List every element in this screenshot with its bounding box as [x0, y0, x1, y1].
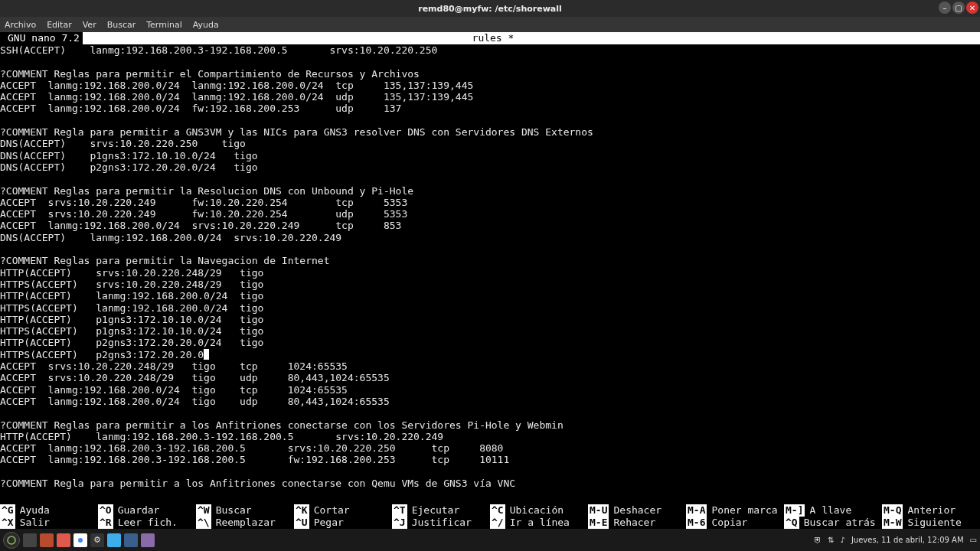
editor-line: HTTP(ACCEPT) p2gns3:172.20.20.0/24 tigo	[0, 337, 980, 348]
shortcut-label: Siguiente	[907, 517, 961, 529]
shortcut-key: ^/	[490, 517, 505, 529]
tray-clock[interactable]: Jueves, 11 de abril, 12:09 AM	[851, 536, 964, 544]
settings-icon[interactable]: ⚙	[90, 533, 104, 547]
taskbar: ⚙ ⛨ ⇅ ♪ Jueves, 11 de abril, 12:09 AM ▭	[0, 529, 980, 551]
editor-line: ACCEPT lanmg:192.168.200.0/24 fw:192.168…	[0, 103, 980, 114]
editor-line: HTTPS(ACCEPT) p1gns3:172.10.10.0/24 tigo	[0, 325, 980, 337]
files-icon[interactable]	[40, 533, 54, 547]
shortcut-item: ^\Reemplazar	[196, 517, 294, 529]
shortcut-item: ^UPegar	[294, 517, 392, 529]
shortcut-key: M-]	[784, 504, 805, 517]
editor-line: HTTPS(ACCEPT) srvs:10.20.220.248/29 tigo	[0, 279, 980, 290]
firefox-icon[interactable]	[57, 533, 70, 547]
editor-content[interactable]: SSH(ACCEPT) lanmg:192.168.200.3-192.168.…	[0, 44, 980, 489]
menu-editar[interactable]: Editar	[47, 20, 72, 30]
tray-volume-icon[interactable]: ♪	[841, 536, 845, 544]
editor-line: HTTPS(ACCEPT) lanmg:192.168.200.0/24 tig…	[0, 302, 980, 314]
shortcut-key: M-A	[686, 504, 707, 517]
editor-line: HTTP(ACCEPT) srvs:10.20.220.248/29 tigo	[0, 267, 980, 279]
shortcut-label: Guardar	[118, 504, 160, 517]
menu-terminal[interactable]: Terminal	[146, 20, 182, 30]
shortcut-item: ^GAyuda	[0, 504, 98, 517]
shortcut-key: M-W	[882, 517, 903, 529]
shortcut-item: ^XSalir	[0, 517, 98, 529]
shortcut-item: M-QAnterior	[882, 504, 980, 517]
menu-buscar[interactable]: Buscar	[107, 20, 136, 30]
editor-line: ACCEPT lanmg:192.168.200.0/24 tigo tcp 1…	[0, 384, 980, 396]
shortcut-key: M-6	[686, 517, 707, 529]
close-button[interactable]: ✕	[966, 2, 978, 14]
shortcut-label: Justificar	[412, 517, 472, 529]
shortcut-item: M-UDeshacer	[588, 504, 686, 517]
editor-line: ACCEPT lanmg:192.168.200.3-192.168.200.5…	[0, 442, 980, 454]
editor-line: ACCEPT lanmg:192.168.200.0/24 srvs:10.20…	[0, 220, 980, 231]
shortcut-item: M-6Copiar	[686, 517, 784, 529]
shortcut-label: Pegar	[314, 517, 344, 529]
shortcut-item: ^TEjecutar	[392, 504, 490, 517]
shortcut-key: M-U	[588, 504, 609, 517]
editor-line: HTTP(ACCEPT) p1gns3:172.10.10.0/24 tigo	[0, 314, 980, 325]
shortcut-label: Cortar	[314, 504, 350, 517]
tray-desktop-icon[interactable]: ▭	[970, 536, 977, 544]
shortcut-item: M-WSiguiente	[882, 517, 980, 529]
tray-updates-icon[interactable]: ⛨	[814, 536, 822, 544]
editor-line: ACCEPT srvs:10.20.220.248/29 tigo tcp 10…	[0, 360, 980, 372]
shortcut-label: Copiar	[711, 517, 747, 529]
shortcut-item: ^/Ir a línea	[490, 517, 588, 529]
tray-network-icon[interactable]: ⇅	[828, 536, 834, 544]
start-menu-icon[interactable]	[3, 532, 20, 549]
minimize-button[interactable]: –	[939, 2, 951, 14]
app-icon-2[interactable]	[124, 533, 138, 547]
app-icon-3[interactable]	[141, 533, 155, 547]
menu-archivo[interactable]: Archivo	[5, 20, 36, 30]
editor-line: ACCEPT lanmg:192.168.200.0/24 tigo udp 8…	[0, 396, 980, 407]
nano-shortcuts: ^GAyuda^OGuardar^WBuscar^KCortar^TEjecut…	[0, 504, 980, 529]
shortcut-key: ^X	[0, 517, 15, 529]
shortcut-key: M-Q	[882, 504, 903, 517]
show-desktop-icon[interactable]	[23, 533, 37, 547]
editor-line: ?COMMENT Reglas para permitir a los Anfi…	[0, 419, 980, 431]
menu-ver[interactable]: Ver	[83, 20, 96, 30]
editor-line: DNS(ACCEPT) srvs:10.20.220.250 tigo	[0, 138, 980, 149]
editor-line: DNS(ACCEPT) lanmg:192.168.200.0/24 srvs:…	[0, 232, 980, 243]
editor-line: ?COMMENT Regla para permitir a los Anfit…	[0, 478, 980, 489]
editor-line	[0, 115, 980, 126]
shortcut-item: ^WBuscar	[196, 504, 294, 517]
editor-line	[0, 466, 980, 478]
editor-line: ?COMMENT Reglas para permitir el Compart…	[0, 68, 980, 80]
editor-line: ACCEPT srvs:10.20.220.249 fw:10.20.220.2…	[0, 208, 980, 220]
window-titlebar: remd80@myfw: /etc/shorewall – ▢ ✕	[0, 0, 980, 17]
shortcut-key: ^O	[98, 504, 113, 517]
shortcut-label: Ayuda	[20, 504, 50, 517]
chrome-icon[interactable]	[74, 533, 87, 547]
shortcut-label: Anterior	[907, 504, 956, 517]
shortcut-item: ^OGuardar	[98, 504, 196, 517]
editor-line: HTTP(ACCEPT) lanmg:192.168.200.0/24 tigo	[0, 290, 980, 302]
shortcut-key: ^U	[294, 517, 309, 529]
shortcut-item: ^JJustificar	[392, 517, 490, 529]
shortcut-label: Salir	[20, 517, 50, 529]
editor-line: ACCEPT srvs:10.20.220.248/29 tigo udp 80…	[0, 372, 980, 383]
shortcut-key: ^J	[392, 517, 407, 529]
editor-line	[0, 407, 980, 419]
editor-line: ACCEPT srvs:10.20.220.249 fw:10.20.220.2…	[0, 197, 980, 208]
shortcut-key: ^G	[0, 504, 15, 517]
app-icon-1[interactable]	[107, 533, 121, 547]
editor-line	[0, 56, 980, 67]
shortcut-label: Poner marca	[711, 504, 777, 517]
editor-line	[0, 243, 980, 255]
shortcut-key: ^R	[98, 517, 113, 529]
menu-ayuda[interactable]: Ayuda	[193, 20, 219, 30]
editor-line: ?COMMENT Reglas para permitir la Navegac…	[0, 255, 980, 266]
maximize-button[interactable]: ▢	[952, 2, 965, 14]
shortcut-item: M-APoner marca	[686, 504, 784, 517]
editor-line: SSH(ACCEPT) lanmg:192.168.200.3-192.168.…	[0, 44, 980, 56]
shortcut-key: ^\	[196, 517, 211, 529]
nano-version: GNU nano 7.2	[0, 32, 83, 44]
menubar: Archivo Editar Ver Buscar Terminal Ayuda	[0, 17, 980, 32]
shortcut-label: A llave	[809, 504, 851, 517]
editor-line	[0, 173, 980, 184]
shortcut-item: ^CUbicación	[490, 504, 588, 517]
shortcut-key: ^K	[294, 504, 309, 517]
window-title: remd80@myfw: /etc/shorewall	[418, 4, 562, 14]
